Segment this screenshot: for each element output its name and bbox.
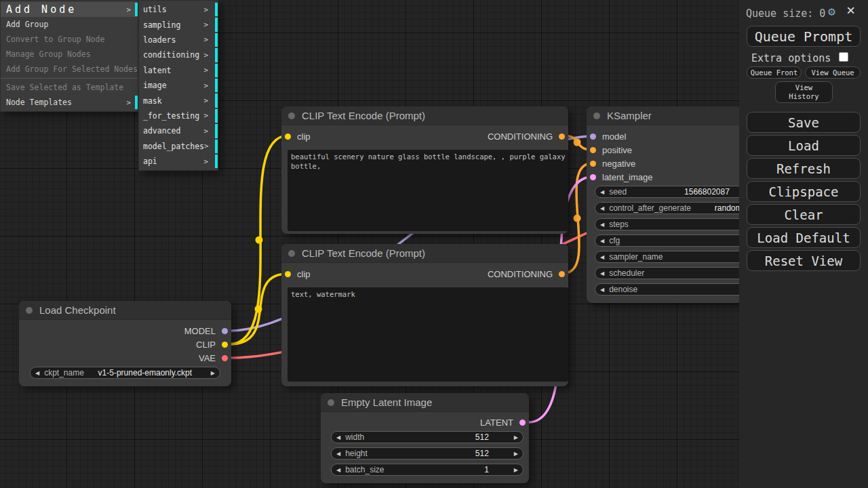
output-label: CLIP <box>196 340 216 350</box>
output-port-latent[interactable] <box>519 420 526 426</box>
widget-batch-size[interactable]: ◀ batch_size 1 ▶ <box>331 464 524 476</box>
output-port-vae[interactable] <box>222 355 228 361</box>
submenu-item-loaders[interactable]: loaders > <box>139 33 218 47</box>
load-default-button[interactable]: Load Default <box>747 227 861 248</box>
input-port-positive[interactable] <box>590 147 596 153</box>
decrement-arrow-icon[interactable]: ◀ <box>595 222 609 228</box>
submenu-indicator-bar <box>215 64 218 77</box>
widget-ckpt-name[interactable]: ◀ ckpt_name v1-5-pruned-emaonly.ckpt ▶ <box>30 367 220 379</box>
collapse-dot[interactable] <box>26 307 33 314</box>
decrement-arrow-icon[interactable]: ◀ <box>595 287 609 293</box>
output-label: CONDITIONING <box>488 131 553 142</box>
queue-size-label: Queue size: 0 <box>746 7 825 20</box>
decrement-arrow-icon[interactable]: ◀ <box>595 254 609 260</box>
submenu-item-for-testing[interactable]: _for_testing > <box>139 108 218 123</box>
node-titlebar[interactable]: CLIP Text Encode (Prompt) <box>281 244 568 263</box>
node-titlebar[interactable]: Empty Latent Image <box>321 393 529 412</box>
submenu-indicator-bar <box>135 3 138 16</box>
input-port-latent-image[interactable] <box>590 174 596 180</box>
clear-button[interactable]: Clear <box>747 204 861 225</box>
increment-arrow-icon[interactable]: ▶ <box>509 467 523 473</box>
refresh-button[interactable]: Refresh <box>747 158 861 179</box>
submenu-indicator-bar <box>135 96 138 109</box>
node-clip-text-encode-negative[interactable]: CLIP Text Encode (Prompt) clip CONDITION… <box>281 244 568 386</box>
menu-item-node-templates[interactable]: Node Templates > <box>1 95 138 110</box>
submenu-item-api[interactable]: api > <box>139 154 218 169</box>
submenu-indicator-bar <box>215 140 218 153</box>
node-load-checkpoint[interactable]: Load Checkpoint MODEL CLIP VAE ◀ ckpt_na… <box>19 301 231 386</box>
link-midpoint-dot <box>574 139 581 146</box>
decrement-arrow-icon[interactable]: ◀ <box>332 434 345 441</box>
submenu-indicator-bar <box>215 79 218 92</box>
settings-gear-icon[interactable]: ⚙ <box>828 5 835 18</box>
port-row: CLIP <box>19 338 231 351</box>
port-row: CONDITIONING <box>281 267 568 281</box>
load-button[interactable]: Load <box>747 135 861 156</box>
queue-front-button[interactable]: Queue Front <box>747 66 802 79</box>
context-menu: Add Node > Add Group Convert to Group No… <box>0 0 138 112</box>
output-port-conditioning[interactable] <box>559 271 565 277</box>
submenu-item-image[interactable]: image > <box>139 78 218 93</box>
submenu-item-conditioning[interactable]: conditioning > <box>139 47 218 62</box>
submenu-item-mask[interactable]: mask > <box>139 93 218 108</box>
decrement-arrow-icon[interactable]: ◀ <box>595 238 609 244</box>
save-button[interactable]: Save <box>747 112 861 133</box>
widget-value: 512 <box>364 432 509 442</box>
view-history-button[interactable]: View History <box>775 81 833 103</box>
submenu-item-sampling[interactable]: sampling > <box>139 17 218 32</box>
submenu-item-utils[interactable]: utils > <box>139 2 218 17</box>
output-port-model[interactable] <box>222 328 228 334</box>
increment-arrow-icon[interactable]: ▶ <box>509 451 523 457</box>
queue-prompt-button[interactable]: Queue Prompt <box>747 26 861 47</box>
input-port-negative[interactable] <box>590 161 596 167</box>
node-clip-text-encode-positive[interactable]: CLIP Text Encode (Prompt) clip CONDITION… <box>281 106 568 234</box>
clipspace-button[interactable]: Clipspace <box>747 181 861 202</box>
submenu-arrow-icon: > <box>203 20 212 29</box>
prompt-textarea[interactable]: text, watermark <box>288 287 568 382</box>
submenu-item-advanced[interactable]: advanced > <box>139 123 218 138</box>
widget-height[interactable]: ◀ height 512 ▶ <box>331 447 524 460</box>
link-midpoint-dot <box>255 306 262 313</box>
decrement-arrow-icon[interactable]: ◀ <box>595 270 609 277</box>
decrement-arrow-icon[interactable]: ◀ <box>31 370 44 376</box>
node-title: Load Checkpoint <box>39 304 116 316</box>
decrement-arrow-icon[interactable]: ◀ <box>332 467 345 473</box>
submenu-arrow-icon: > <box>126 98 132 107</box>
node-titlebar[interactable]: CLIP Text Encode (Prompt) <box>281 106 568 125</box>
submenu-item-latent[interactable]: latent > <box>139 63 218 78</box>
submenu-arrow-icon: > <box>203 66 212 75</box>
close-icon[interactable]: × <box>846 3 855 18</box>
menu-item-add-node[interactable]: Add Node > <box>1 2 138 17</box>
increment-arrow-icon[interactable]: ▶ <box>206 370 220 376</box>
widget-value: v1-5-pruned-emaonly.ckpt <box>84 368 206 378</box>
menu-item-add-group[interactable]: Add Group <box>1 17 138 32</box>
decrement-arrow-icon[interactable]: ◀ <box>595 205 609 211</box>
port-row: CONDITIONING <box>281 129 568 143</box>
extra-options-checkbox[interactable] <box>839 52 848 62</box>
submenu-item-model-patches[interactable]: model_patches > <box>139 139 218 154</box>
prompt-textarea[interactable]: beautiful scenery nature glass bottle la… <box>288 150 568 231</box>
submenu-indicator-bar <box>215 155 218 168</box>
collapse-dot[interactable] <box>593 113 600 119</box>
reset-view-button[interactable]: Reset View <box>747 250 861 271</box>
input-port-model[interactable] <box>590 134 596 140</box>
collapse-dot[interactable] <box>328 399 334 406</box>
output-port-clip[interactable] <box>222 342 228 348</box>
submenu-arrow-icon: > <box>203 127 212 136</box>
view-queue-button[interactable]: View Queue <box>805 66 861 79</box>
collapse-dot[interactable] <box>288 113 295 119</box>
decrement-arrow-icon[interactable]: ◀ <box>595 189 609 195</box>
submenu-arrow-icon: > <box>203 35 212 44</box>
output-port-conditioning[interactable] <box>559 134 565 140</box>
widget-width[interactable]: ◀ width 512 ▶ <box>331 431 524 443</box>
submenu-indicator-bar <box>215 94 218 107</box>
node-empty-latent-image[interactable]: Empty Latent Image LATENT ◀ width 512 ▶ … <box>321 393 529 483</box>
collapse-dot[interactable] <box>288 250 295 257</box>
menu-separator <box>1 78 138 79</box>
submenu-indicator-bar <box>215 33 218 47</box>
decrement-arrow-icon[interactable]: ◀ <box>332 451 345 457</box>
comfy-menu-panel: Queue size: 0 ⚙ × Queue Prompt Extra opt… <box>739 0 868 488</box>
node-titlebar[interactable]: Load Checkpoint <box>19 301 231 320</box>
submenu-indicator-bar <box>215 48 218 62</box>
increment-arrow-icon[interactable]: ▶ <box>509 434 523 441</box>
